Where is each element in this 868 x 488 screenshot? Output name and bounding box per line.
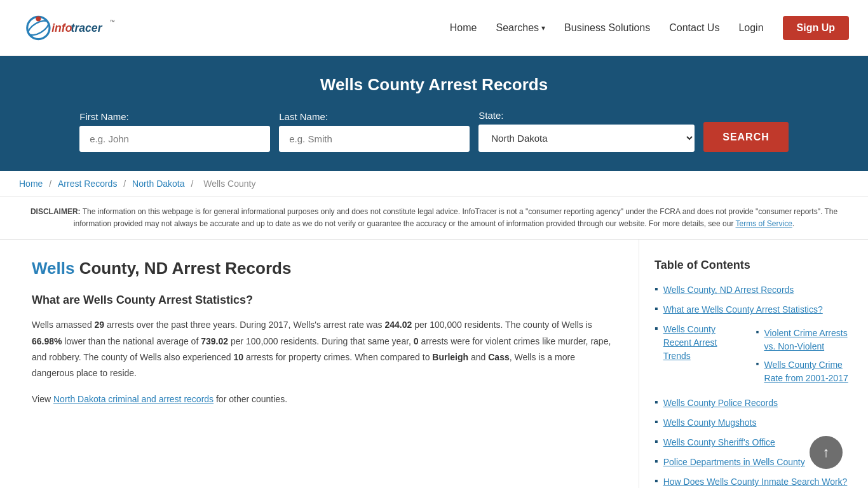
p2-end: for other counties. (214, 394, 287, 404)
p1-pre: Wells amassed (32, 320, 95, 330)
arrests-count: 29 (95, 320, 105, 330)
toc-item-2: What are Wells County Arrest Statistics? (654, 303, 853, 316)
breadcrumb-home[interactable]: Home (19, 179, 43, 189)
p1-mid3: lower than the national average of (62, 336, 201, 346)
article-section: Wells County, ND Arrest Records What are… (0, 240, 639, 488)
last-name-label: Last Name: (279, 111, 328, 122)
toc-sub-item-1: Violent Crime Arrests vs. Non-Violent (756, 327, 853, 353)
svg-point-2 (36, 16, 41, 21)
p1-mid7: and (468, 352, 488, 362)
last-name-field-wrapper: Last Name: (279, 111, 470, 152)
section1-heading: What are Wells County Arrest Statistics? (32, 294, 613, 307)
svg-text:™: ™ (109, 18, 114, 24)
toc-link-1[interactable]: Wells County, ND Arrest Records (663, 283, 794, 297)
toc-sub-item-2: Wells County Crime Rate from 2001-2017 (756, 358, 853, 385)
first-name-label: First Name: (79, 111, 129, 122)
hero-title: Wells County Arrest Records (13, 75, 855, 95)
nd-criminal-records-link[interactable]: North Dakota criminal and arrest records (53, 394, 214, 404)
chevron-down-icon: ▾ (541, 24, 545, 32)
toc-link-3[interactable]: Wells County Recent Arrest Trends (663, 323, 741, 363)
main-content: Wells County, ND Arrest Records What are… (0, 240, 868, 488)
state-field-wrapper: State: North Dakota Alabama Alaska Arizo… (478, 110, 695, 152)
arrest-rate: 244.02 (384, 320, 412, 330)
city2: Cass (488, 352, 509, 362)
p1-mid1: arrests over the past three years. Durin… (104, 320, 384, 330)
p2-pre: View (32, 394, 53, 404)
hero-section: Wells County Arrest Records First Name: … (0, 56, 868, 171)
disclaimer-bar: DISCLAIMER: The information on this webp… (0, 197, 868, 240)
nav-contact-us[interactable]: Contact Us (669, 22, 719, 34)
lower-pct: 66.98% (32, 336, 62, 346)
state-label: State: (478, 110, 503, 121)
city1: Burleigh (432, 352, 468, 362)
state-select[interactable]: North Dakota Alabama Alaska Arizona Cali… (478, 125, 695, 152)
toc-item-8: How Does Wells County Inmate Search Work… (654, 475, 853, 488)
breadcrumb-north-dakota[interactable]: North Dakota (132, 179, 184, 189)
toc-sub-link-2[interactable]: Wells County Crime Rate from 2001-2017 (764, 358, 853, 385)
first-name-field-wrapper: First Name: (79, 111, 270, 152)
p1-mid4: per 100,000 residents. During that same … (228, 336, 414, 346)
breadcrumb-sep1: / (49, 179, 54, 189)
site-header: info tracer ™ Home Searches ▾ Business S… (0, 0, 868, 56)
property-count: 10 (234, 352, 244, 362)
nav-searches[interactable]: Searches (496, 22, 539, 34)
toc-link-6[interactable]: Wells County Sheriff's Office (663, 436, 775, 449)
svg-text:tracer: tracer (71, 21, 103, 34)
national-avg: 739.02 (201, 336, 228, 346)
toc-link-4[interactable]: Wells County Police Records (663, 396, 778, 410)
toc-link-5[interactable]: Wells County Mugshots (663, 416, 757, 430)
toc-item-3: Wells County Recent Arrest Trends Violen… (654, 323, 853, 390)
toc-link-2[interactable]: What are Wells County Arrest Statistics? (663, 303, 823, 316)
toc-item-5: Wells County Mugshots (654, 416, 853, 430)
nav-searches-wrapper[interactable]: Searches ▾ (496, 22, 545, 34)
last-name-input[interactable] (279, 126, 470, 152)
article-paragraph1: Wells amassed 29 arrests over the past t… (32, 317, 613, 381)
toc-heading: Table of Contents (654, 259, 853, 272)
disclaimer-text: The information on this webpage is for g… (74, 207, 837, 228)
article-paragraph2: View North Dakota criminal and arrest re… (32, 391, 613, 407)
disclaimer-label: DISCLAIMER: (31, 207, 81, 216)
nav-business-solutions[interactable]: Business Solutions (564, 22, 650, 34)
breadcrumb-sep3: / (191, 179, 196, 189)
nav-home[interactable]: Home (450, 22, 477, 34)
terms-of-service-link[interactable]: Terms of Service (736, 219, 792, 228)
breadcrumb-sep2: / (123, 179, 128, 189)
p1-mid6: arrests for property crimes. When compar… (243, 352, 432, 362)
main-nav: Home Searches ▾ Business Solutions Conta… (450, 16, 849, 40)
p1-mid2: per 100,000 residents. The county of Wel… (412, 320, 592, 330)
title-highlight: Wells (32, 259, 74, 278)
logo-svg: info tracer ™ (19, 9, 121, 47)
search-button[interactable]: SEARCH (703, 122, 789, 152)
login-button[interactable]: Login (738, 22, 763, 34)
violent-count: 0 (414, 336, 419, 346)
disclaimer-period: . (792, 219, 794, 228)
search-form: First Name: Last Name: State: North Dako… (85, 110, 783, 152)
title-rest: County, ND Arrest Records (74, 259, 291, 278)
toc-link-7[interactable]: Police Departments in Wells County (663, 456, 805, 469)
first-name-input[interactable] (79, 126, 270, 152)
logo-area: info tracer ™ (19, 9, 121, 47)
breadcrumb: Home / Arrest Records / North Dakota / W… (0, 171, 868, 197)
signup-button[interactable]: Sign Up (783, 16, 849, 40)
toc-sub-link-1[interactable]: Violent Crime Arrests vs. Non-Violent (764, 327, 853, 353)
toc-item-1: Wells County, ND Arrest Records (654, 283, 853, 297)
toc-link-8[interactable]: How Does Wells County Inmate Search Work… (663, 475, 848, 488)
article-main-title: Wells County, ND Arrest Records (32, 259, 613, 278)
breadcrumb-arrest-records[interactable]: Arrest Records (58, 179, 117, 189)
toc-item-4: Wells County Police Records (654, 396, 853, 410)
scroll-to-top-button[interactable]: ↑ (810, 436, 843, 469)
toc-sublist: Violent Crime Arrests vs. Non-Violent We… (745, 327, 853, 390)
svg-text:info: info (51, 21, 72, 34)
breadcrumb-wells-county: Wells County (203, 179, 255, 189)
